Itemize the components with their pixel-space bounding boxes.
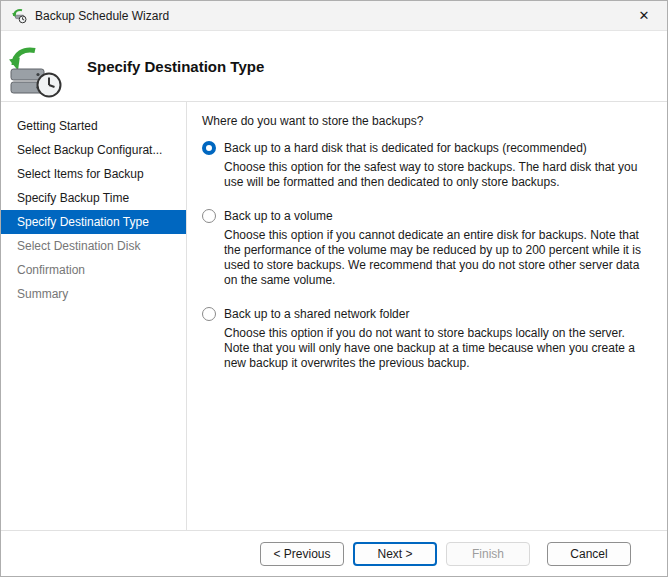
sidebar-item-select-items-for-backup[interactable]: Select Items for Backup xyxy=(1,162,186,186)
radio-unselected-icon[interactable] xyxy=(202,209,216,223)
backup-disks-clock-icon xyxy=(7,46,63,100)
radio-row-volume[interactable]: Back up to a volume xyxy=(202,209,653,223)
radio-unselected-icon[interactable] xyxy=(202,307,216,321)
option-dedicated-hard-disk: Back up to a hard disk that is dedicated… xyxy=(202,141,653,190)
option-label: Back up to a volume xyxy=(224,209,333,223)
wizard-header: Specify Destination Type xyxy=(1,31,667,102)
radio-row-shared-network-folder[interactable]: Back up to a shared network folder xyxy=(202,307,653,321)
finish-button: Finish xyxy=(446,542,530,566)
sidebar-item-select-backup-configuration[interactable]: Select Backup Configurat... xyxy=(1,138,186,162)
option-label: Back up to a hard disk that is dedicated… xyxy=(224,141,587,155)
wizard-body: Getting Started Select Backup Configurat… xyxy=(1,102,667,530)
option-description: Choose this option if you cannot dedicat… xyxy=(224,228,653,288)
cancel-button[interactable]: Cancel xyxy=(547,542,631,566)
page-title: Specify Destination Type xyxy=(87,58,264,75)
option-shared-network-folder: Back up to a shared network folder Choos… xyxy=(202,307,653,371)
titlebar: Backup Schedule Wizard ✕ xyxy=(1,1,667,31)
wizard-steps-sidebar: Getting Started Select Backup Configurat… xyxy=(1,102,187,530)
option-label: Back up to a shared network folder xyxy=(224,307,409,321)
option-description: Choose this option if you do not want to… xyxy=(224,326,653,371)
question-text: Where do you want to store the backups? xyxy=(202,114,653,128)
sidebar-item-specify-backup-time[interactable]: Specify Backup Time xyxy=(1,186,186,210)
close-icon: ✕ xyxy=(639,8,650,23)
radio-selected-icon[interactable] xyxy=(202,141,216,155)
next-button[interactable]: Next > xyxy=(353,542,437,566)
radio-row-dedicated-hard-disk[interactable]: Back up to a hard disk that is dedicated… xyxy=(202,141,653,155)
sidebar-item-specify-destination-type[interactable]: Specify Destination Type xyxy=(1,210,186,234)
window-title: Backup Schedule Wizard xyxy=(35,9,169,23)
sidebar-item-getting-started[interactable]: Getting Started xyxy=(1,114,186,138)
backup-wizard-icon xyxy=(11,8,27,24)
sidebar-item-summary: Summary xyxy=(1,282,186,306)
sidebar-item-select-destination-disk: Select Destination Disk xyxy=(1,234,186,258)
wizard-content: Where do you want to store the backups? … xyxy=(187,102,667,530)
option-description: Choose this option for the safest way to… xyxy=(224,160,653,190)
button-bar: < Previous Next > Finish Cancel xyxy=(1,530,667,576)
option-volume: Back up to a volume Choose this option i… xyxy=(202,209,653,288)
sidebar-item-confirmation: Confirmation xyxy=(1,258,186,282)
previous-button[interactable]: < Previous xyxy=(260,542,344,566)
close-button[interactable]: ✕ xyxy=(621,1,667,31)
backup-schedule-wizard-window: Backup Schedule Wizard ✕ Specify Destina… xyxy=(0,0,668,577)
